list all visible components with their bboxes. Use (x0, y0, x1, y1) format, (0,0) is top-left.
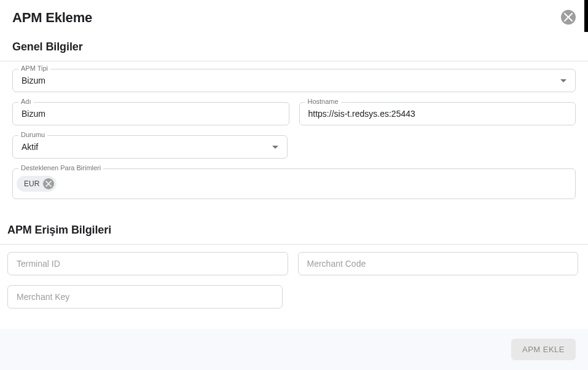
chevron-down-icon (560, 79, 566, 82)
terminal-id-field (7, 252, 288, 275)
durumu-select[interactable]: Aktif (12, 135, 288, 159)
merchant-key-field (7, 285, 283, 309)
dialog-header: APM Ekleme (0, 0, 588, 26)
general-form: APM Tipi Bizum Adı Hostname Durumu A (0, 61, 588, 209)
section-title-general: Genel Bilgiler (0, 26, 588, 61)
hostname-field: Hostname (299, 102, 576, 125)
currencies-field: Desteklenen Para Birimleri EUR (12, 168, 576, 199)
hostname-input[interactable] (299, 102, 576, 125)
apm-ekleme-dialog: APM Ekleme Genel Bilgiler APM Tipi Bizum… (0, 0, 588, 370)
merchant-key-input[interactable] (7, 285, 283, 309)
dialog-footer: APM EKLE (0, 329, 588, 370)
apm-tipi-field: APM Tipi Bizum (12, 69, 576, 92)
close-icon (45, 181, 52, 187)
merchant-code-input[interactable] (298, 252, 579, 275)
dialog-title: APM Ekleme (12, 10, 92, 26)
currencies-select[interactable]: EUR (12, 168, 576, 199)
durumu-field: Durumu Aktif (12, 135, 288, 159)
apm-tipi-label: APM Tipi (18, 65, 50, 72)
adi-label: Adı (18, 98, 34, 105)
scrollbar[interactable] (584, 0, 588, 32)
durumu-value: Aktif (22, 142, 38, 152)
currency-chip: EUR (17, 176, 57, 192)
currency-chip-label: EUR (24, 179, 39, 188)
hostname-label: Hostname (305, 98, 341, 105)
close-icon (564, 13, 573, 22)
terminal-id-input[interactable] (7, 252, 288, 275)
merchant-code-field (298, 252, 579, 275)
chevron-down-icon (272, 146, 278, 149)
apm-tipi-select[interactable]: Bizum (12, 69, 576, 92)
section-title-access: APM Erişim Bilgileri (0, 209, 588, 244)
close-button[interactable] (561, 10, 576, 25)
apm-tipi-value: Bizum (22, 76, 45, 85)
currencies-label: Desteklenen Para Birimleri (18, 164, 103, 171)
adi-field: Adı (12, 102, 289, 125)
access-form (0, 245, 588, 318)
adi-input[interactable] (12, 102, 289, 125)
chip-remove-button[interactable] (43, 178, 54, 189)
durumu-label: Durumu (18, 131, 47, 138)
apm-ekle-button[interactable]: APM EKLE (511, 339, 576, 360)
